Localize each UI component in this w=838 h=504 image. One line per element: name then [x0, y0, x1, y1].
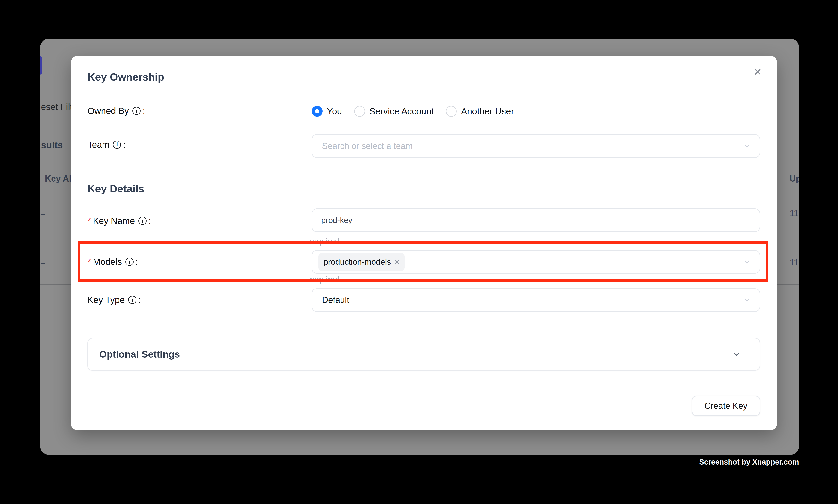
watermark-text: Screenshot by Xnapper.com [699, 458, 799, 466]
radio-label: You [327, 106, 342, 116]
models-validation-message: required [309, 275, 340, 284]
create-key-button[interactable]: Create Key [692, 396, 760, 416]
table-header-updated: Up [789, 174, 799, 183]
owned-by-label: Owned By i : [88, 106, 145, 115]
info-icon: i [113, 141, 121, 149]
required-asterisk: * [88, 216, 91, 225]
team-select-placeholder: Search or select a team [322, 141, 413, 151]
radio-owned-by-another-user[interactable]: Another User [446, 106, 514, 117]
info-icon: i [139, 217, 147, 225]
team-label: Team i : [88, 140, 126, 149]
label-colon: : [148, 216, 151, 225]
radio-label: Another User [461, 106, 514, 116]
remove-tag-icon[interactable]: × [395, 258, 400, 266]
required-asterisk: * [88, 257, 91, 266]
table-row-cell: 11/ [789, 258, 799, 267]
chevron-down-icon [732, 349, 741, 359]
key-name-input[interactable] [311, 209, 760, 232]
key-type-label: Key Type i : [88, 295, 141, 304]
chevron-down-icon [743, 258, 751, 266]
optional-settings-accordion[interactable]: Optional Settings [88, 338, 760, 371]
label-colon: : [136, 257, 138, 266]
table-row-cell: – [41, 257, 46, 268]
modal-title: Key Ownership [88, 71, 164, 83]
create-key-modal: Key Ownership ✕ Owned By i : You Service… [71, 56, 777, 430]
reset-filters-button-fragment: eset Filt [41, 102, 72, 112]
chevron-down-icon [743, 296, 751, 304]
models-multiselect[interactable]: production-models × [311, 250, 760, 274]
owned-by-label-text: Owned By [88, 106, 129, 115]
results-count-fragment: sults [41, 140, 63, 150]
key-type-select[interactable]: Default [311, 288, 760, 312]
radio-unselected-icon[interactable] [446, 106, 457, 117]
radio-owned-by-you[interactable]: You [311, 106, 342, 117]
label-colon: : [123, 140, 126, 149]
key-type-label-text: Key Type [88, 295, 125, 304]
key-name-validation-message: required [309, 237, 340, 246]
key-name-label: * Key Name i : [88, 216, 151, 225]
close-icon[interactable]: ✕ [753, 67, 762, 77]
info-icon: i [128, 296, 137, 304]
key-name-label-text: Key Name [93, 216, 135, 225]
optional-settings-heading: Optional Settings [99, 349, 180, 360]
key-type-selected-value: Default [322, 295, 349, 305]
models-label: * Models i : [88, 257, 138, 266]
label-colon: : [143, 106, 145, 115]
radio-owned-by-service-account[interactable]: Service Account [354, 106, 434, 117]
team-label-text: Team [88, 140, 109, 149]
table-row-cell: 11/ [789, 209, 799, 218]
label-colon: : [139, 295, 141, 304]
key-details-heading: Key Details [88, 182, 144, 195]
radio-selected-icon[interactable] [311, 106, 323, 117]
selected-model-tag-label: production-models [323, 257, 391, 267]
info-icon: i [125, 258, 133, 266]
owned-by-radio-group: You Service Account Another User [311, 106, 514, 117]
models-label-text: Models [93, 257, 122, 266]
selected-model-tag: production-models × [318, 253, 405, 271]
radio-unselected-icon[interactable] [354, 106, 365, 117]
info-icon: i [132, 107, 141, 115]
team-select[interactable]: Search or select a team [311, 134, 760, 158]
background-indigo-button-fragment [40, 56, 42, 75]
chevron-down-icon [743, 142, 751, 150]
screenshot-canvas: eset Filt sults Key Alia Up – 11/ – 11/ … [0, 0, 838, 504]
table-row-cell: – [41, 208, 46, 219]
radio-label: Service Account [370, 106, 434, 116]
